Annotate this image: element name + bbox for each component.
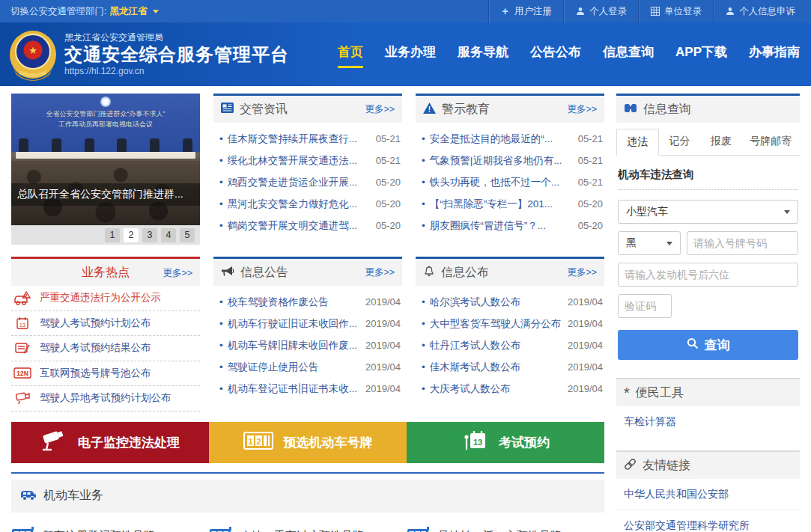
traffic-news-section: 交管资讯 更多>> 佳木斯交警持续开展夜查行...05-21 绥化北林交警开展交… bbox=[213, 94, 402, 245]
convenience-tools-panel: * 便民工具 车检计算器 bbox=[616, 378, 800, 437]
appeal-link[interactable]: 个人信息申诉 bbox=[713, 0, 807, 22]
calendar-13-icon: 13 bbox=[461, 429, 488, 456]
conference-table bbox=[16, 152, 195, 159]
topbar-links: + 用户注册 个人登录 单位登录 个人信息申诉 bbox=[488, 0, 807, 22]
quick-action-banners: 电子监控违法处理 12 预选机动车号牌 13 考试预约 bbox=[11, 422, 604, 463]
grid-icon bbox=[650, 7, 660, 16]
asterisk-icon: * bbox=[624, 388, 630, 398]
banner-exam-booking[interactable]: 13 考试预约 bbox=[407, 422, 604, 463]
plate-number-input[interactable] bbox=[687, 231, 798, 255]
news-item: 牡丹江考试人数公布2019/04 bbox=[417, 334, 603, 356]
banner-plate-preselect[interactable]: 12 预选机动车号牌 bbox=[209, 422, 407, 463]
tab-violation[interactable]: 违法 bbox=[616, 129, 659, 156]
more-link[interactable]: 更多>> bbox=[365, 266, 395, 279]
section-title: 业务热点 bbox=[82, 265, 130, 281]
news-item: 大庆考试人数公布2019/04 bbox=[417, 378, 603, 400]
info-query-panel: 信息查询 违法 记分 报废 号牌邮寄 机动车违法查询 小型汽车 黑 bbox=[616, 94, 800, 364]
vehicle-item-new-car-plate[interactable]: 123 新车注册登记预选号牌 bbox=[11, 526, 209, 532]
plus-icon: + bbox=[500, 7, 510, 16]
captcha-input[interactable] bbox=[618, 294, 672, 318]
unit-login-label: 单位登录 bbox=[664, 5, 702, 18]
friend-link-tmri[interactable]: 公安部交通管理科学研究所 bbox=[616, 510, 800, 532]
svg-text:1: 1 bbox=[248, 436, 252, 445]
content: 全省公安交管部门推进群众“办事不求人” 工作再动员再部署电视电话会议 总队召开全… bbox=[0, 86, 811, 532]
carousel-page-5[interactable]: 5 bbox=[180, 228, 195, 242]
hot-item-exam-results[interactable]: 驾驶人考试预约结果公布 bbox=[11, 336, 200, 361]
bell-icon bbox=[423, 265, 435, 281]
hot-item-remote-exam-plan[interactable]: 驾驶人异地考试预约计划公布 bbox=[11, 386, 200, 412]
more-link[interactable]: 更多>> bbox=[567, 103, 597, 116]
carousel-caption: 总队召开全省公安交管部门推进群... bbox=[11, 183, 200, 206]
news-item: 校车驾驶资格作废公告2019/04 bbox=[215, 291, 401, 313]
vehicle-item-local-used-car-plate[interactable]: 123 本地二手车过户预选号牌 bbox=[209, 526, 407, 532]
nav-business[interactable]: 业务办理 bbox=[384, 39, 437, 70]
newspaper-icon bbox=[221, 103, 234, 116]
nav-service-guide[interactable]: 服务导航 bbox=[457, 39, 509, 70]
carousel-image[interactable]: 全省公安交管部门推进群众“办事不求人” 工作再动员再部署电视电话会议 总队召开全… bbox=[11, 94, 200, 225]
emblem-icon bbox=[100, 97, 111, 107]
nav-app-download[interactable]: APP下载 bbox=[675, 39, 728, 70]
engine-number-input[interactable] bbox=[618, 263, 798, 287]
nav-handbook[interactable]: 办事指南 bbox=[748, 39, 801, 70]
query-submit-button[interactable]: 查询 bbox=[618, 330, 798, 360]
warning-education-section: ! 警示教育 更多>> 安全是抵达目的地最近的“...05-21 气象预警|近期… bbox=[416, 94, 604, 245]
chevron-down-icon bbox=[784, 210, 790, 214]
department-switcher[interactable]: 切换公安交通管理部门: 黑龙江省 bbox=[10, 5, 159, 18]
news-item: 大中型客货车驾驶人满分公布2019/04 bbox=[417, 313, 603, 334]
hot-item-violation-publicity[interactable]: 严重交通违法行为公开公示 bbox=[11, 286, 200, 311]
province-select[interactable]: 黑 bbox=[618, 231, 681, 255]
camera-icon bbox=[13, 391, 32, 406]
carousel-page-1[interactable]: 1 bbox=[105, 228, 120, 242]
chevron-down-icon bbox=[666, 242, 672, 245]
tab-points[interactable]: 记分 bbox=[659, 129, 700, 155]
carousel-page-4[interactable]: 4 bbox=[161, 228, 176, 242]
news-item: 气象预警|近期我省多地仍有...05-21 bbox=[417, 150, 603, 171]
section-title: 交管资讯 bbox=[240, 102, 288, 117]
person-icon bbox=[725, 7, 735, 16]
binoculars-icon bbox=[624, 103, 637, 116]
vehicle-item-transfer-in-plate[interactable]: 123 异地转（迁）入预选号牌 bbox=[407, 526, 604, 532]
personal-login-label: 个人登录 bbox=[589, 5, 627, 18]
vehicle-type-select[interactable]: 小型汽车 bbox=[618, 200, 798, 224]
switch-label: 切换公安交通管理部门: bbox=[10, 5, 106, 18]
plate-123-icon: 123 bbox=[11, 526, 35, 532]
calendar-icon: 13 bbox=[13, 316, 32, 331]
svg-text:12N: 12N bbox=[16, 370, 28, 377]
friendly-links-panel: 友情链接 中华人民共和国公安部 公安部交通管理科学研究所 bbox=[616, 450, 800, 532]
news-item: 绥化北林交警开展交通违法...05-21 bbox=[215, 150, 401, 171]
svg-text:13: 13 bbox=[473, 438, 482, 447]
news-item: 铁头功再硬，也抵不过一个...05-21 bbox=[417, 171, 603, 193]
section-title: 警示教育 bbox=[442, 102, 490, 117]
more-link[interactable]: 更多>> bbox=[162, 267, 192, 280]
friend-link-mps[interactable]: 中华人民共和国公安部 bbox=[616, 479, 800, 510]
car-warning-icon bbox=[13, 290, 32, 305]
hot-item-plate-pool[interactable]: 12N 互联网预选号牌号池公布 bbox=[11, 361, 200, 387]
more-link[interactable]: 更多>> bbox=[365, 103, 395, 116]
magnifier-icon bbox=[687, 337, 699, 353]
photo-banner-line2: 工作再动员再部署电视电话会议 bbox=[11, 120, 200, 130]
section-title: 机动车业务 bbox=[43, 488, 103, 504]
nav-home[interactable]: 首页 bbox=[337, 39, 364, 70]
news-item: 安全是抵达目的地最近的“...05-21 bbox=[417, 128, 603, 150]
register-label: 用户注册 bbox=[514, 5, 552, 18]
sidebar: 信息查询 违法 记分 报废 号牌邮寄 机动车违法查询 小型汽车 黑 bbox=[616, 94, 800, 532]
more-link[interactable]: 更多>> bbox=[567, 266, 597, 279]
personal-login-link[interactable]: 个人登录 bbox=[563, 0, 638, 22]
site-url: https://hl.122.gov.cn bbox=[64, 66, 289, 77]
register-link[interactable]: + 用户注册 bbox=[488, 0, 563, 22]
nav-info-query[interactable]: 信息查询 bbox=[602, 39, 654, 70]
topbar: 切换公安交通管理部门: 黑龙江省 + 用户注册 个人登录 单位登录 个人信息申诉 bbox=[0, 0, 811, 22]
tab-scrap[interactable]: 报废 bbox=[700, 129, 741, 155]
carousel-page-2[interactable]: 2 bbox=[124, 228, 139, 242]
svg-text:!: ! bbox=[428, 106, 431, 114]
nav-announcements[interactable]: 公告公布 bbox=[529, 39, 582, 70]
banner-surveillance-violation[interactable]: 电子监控违法处理 bbox=[11, 422, 209, 463]
tool-vehicle-inspection-calculator[interactable]: 车检计算器 bbox=[616, 406, 800, 437]
carousel-page-3[interactable]: 3 bbox=[142, 228, 157, 242]
page-title: 交通安全综合服务管理平台 bbox=[64, 43, 289, 66]
tab-plate-mail[interactable]: 号牌邮寄 bbox=[742, 129, 800, 155]
hot-item-exam-plan[interactable]: 13 驾驶人考试预约计划公布 bbox=[11, 311, 200, 337]
query-tabs: 违法 记分 报废 号牌邮寄 bbox=[616, 129, 800, 156]
unit-login-link[interactable]: 单位登录 bbox=[638, 0, 713, 22]
news-item: 哈尔滨考试人数公布2019/04 bbox=[417, 291, 603, 313]
